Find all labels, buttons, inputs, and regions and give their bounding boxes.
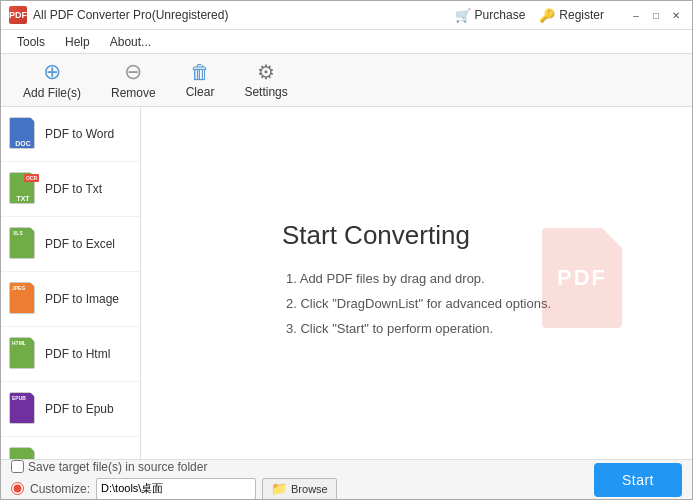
sidebar-label-epub: PDF to Epub — [45, 402, 114, 416]
save-source-label: Save target file(s) in source folder — [28, 460, 207, 474]
minimize-button[interactable]: – — [628, 7, 644, 23]
remove-button[interactable]: ⊖ Remove — [99, 56, 168, 105]
browse-button[interactable]: 📁 Browse — [262, 478, 337, 500]
close-button[interactable]: ✕ — [668, 7, 684, 23]
start-converting-title: Start Converting — [282, 220, 551, 251]
sidebar-label-word: PDF to Word — [45, 127, 114, 141]
menu-tools[interactable]: Tools — [7, 33, 55, 51]
title-bar-right: 🛒 Purchase 🔑 Register – □ ✕ — [455, 7, 684, 23]
sidebar-scroll[interactable]: DOC PDF to Word OCR TXT PDF to Txt — [1, 107, 140, 459]
start-converting-panel: Start Converting 1. Add PDF files by dra… — [262, 200, 571, 366]
menu-bar: Tools Help About... — [1, 30, 692, 54]
remove-label: Remove — [111, 86, 156, 100]
instruction-step2: 2. Click "DragDownList" for advanced opt… — [282, 296, 551, 311]
file-icon-txt2: TXT — [9, 447, 37, 459]
content-area: PDF Start Converting 1. Add PDF files by… — [141, 107, 692, 459]
save-target-section: Save target file(s) in source folder Cus… — [11, 460, 584, 500]
file-icon-html: HTML — [9, 337, 37, 371]
main-area: DOC PDF to Word OCR TXT PDF to Txt — [1, 107, 692, 459]
toolbar: ⊕ Add File(s) ⊖ Remove 🗑 Clear ⚙ Setting… — [1, 54, 692, 107]
sidebar-item-pdf-to-image[interactable]: JPEG PDF to Image — [1, 272, 140, 327]
app-icon: PDF — [9, 6, 27, 24]
cart-icon: 🛒 — [455, 8, 471, 23]
sidebar-item-pdf-to-excel[interactable]: XLS PDF to Excel — [1, 217, 140, 272]
pdf-watermark: PDF — [542, 228, 632, 338]
path-input[interactable] — [96, 478, 256, 500]
customize-radio[interactable] — [11, 482, 24, 495]
register-button[interactable]: 🔑 Register — [539, 8, 604, 23]
add-icon: ⊕ — [43, 61, 61, 83]
title-bar: PDF All PDF Converter Pro(Unregistered) … — [1, 1, 692, 30]
instruction-step1: 1. Add PDF files by drag and drop. — [282, 271, 551, 286]
start-button[interactable]: Start — [594, 463, 682, 497]
clear-label: Clear — [186, 85, 215, 99]
sidebar-label-txt-ocr: PDF to Txt — [45, 182, 102, 196]
sidebar-item-pdf-to-word[interactable]: DOC PDF to Word — [1, 107, 140, 162]
window-controls: – □ ✕ — [628, 7, 684, 23]
menu-help[interactable]: Help — [55, 33, 100, 51]
gear-icon: ⚙ — [257, 62, 275, 82]
browse-label: Browse — [291, 483, 328, 495]
register-icon: 🔑 — [539, 8, 555, 23]
sidebar-item-pdf-to-html[interactable]: HTML PDF to Html — [1, 327, 140, 382]
bottom-bar: Save target file(s) in source folder Cus… — [1, 459, 692, 499]
clear-button[interactable]: 🗑 Clear — [174, 57, 227, 104]
save-source-checkbox[interactable] — [11, 460, 24, 473]
settings-label: Settings — [244, 85, 287, 99]
remove-icon: ⊖ — [124, 61, 142, 83]
app-title: All PDF Converter Pro(Unregistered) — [33, 8, 228, 22]
file-icon-xls: XLS — [9, 227, 37, 261]
add-files-label: Add File(s) — [23, 86, 81, 100]
settings-button[interactable]: ⚙ Settings — [232, 57, 299, 104]
purchase-button[interactable]: 🛒 Purchase — [455, 8, 526, 23]
file-icon-img: JPEG — [9, 282, 37, 316]
instruction-step3: 3. Click "Start" to perform operation. — [282, 321, 551, 336]
title-bar-left: PDF All PDF Converter Pro(Unregistered) — [9, 6, 228, 24]
pdf-watermark-text: PDF — [557, 265, 607, 291]
customize-row: Customize: 📁 Browse — [11, 478, 337, 500]
sidebar-item-pdf-to-txt[interactable]: TXT PDF to Txt — [1, 437, 140, 459]
maximize-button[interactable]: □ — [648, 7, 664, 23]
customize-label: Customize: — [30, 482, 90, 496]
sidebar-item-pdf-to-epub[interactable]: EPUB PDF to Epub — [1, 382, 140, 437]
save-source-row: Save target file(s) in source folder — [11, 460, 337, 474]
add-files-button[interactable]: ⊕ Add File(s) — [11, 56, 93, 105]
bottom-options: Save target file(s) in source folder Cus… — [11, 460, 337, 500]
sidebar-label-excel: PDF to Excel — [45, 237, 115, 251]
sidebar-item-pdf-to-txt-ocr[interactable]: OCR TXT PDF to Txt — [1, 162, 140, 217]
file-icon-doc: DOC — [9, 117, 37, 151]
register-label: Register — [559, 8, 604, 22]
sidebar-label-image: PDF to Image — [45, 292, 119, 306]
file-icon-txt-ocr: OCR TXT — [9, 172, 37, 206]
sidebar: DOC PDF to Word OCR TXT PDF to Txt — [1, 107, 141, 459]
sidebar-label-html: PDF to Html — [45, 347, 110, 361]
menu-about[interactable]: About... — [100, 33, 161, 51]
app-window: PDF All PDF Converter Pro(Unregistered) … — [0, 0, 693, 500]
folder-icon: 📁 — [271, 481, 287, 496]
purchase-label: Purchase — [475, 8, 526, 22]
file-icon-epub: EPUB — [9, 392, 37, 426]
trash-icon: 🗑 — [190, 62, 210, 82]
